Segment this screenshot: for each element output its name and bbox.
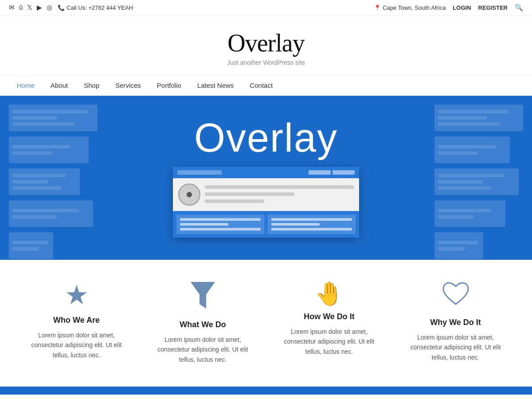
- main-nav: Home About Shop Services Portfolio Lates…: [0, 75, 532, 96]
- bg-line: [438, 116, 487, 120]
- bg-line: [12, 247, 39, 250]
- filter-icon: [153, 282, 253, 313]
- browser-footer-block: [268, 215, 356, 234]
- svg-marker-0: [191, 282, 215, 309]
- location: 📍 Cape Town, South Africa: [374, 4, 446, 11]
- login-link[interactable]: LOGIN: [453, 4, 471, 11]
- footer-line: [180, 223, 228, 226]
- hero-content: Overlay: [173, 118, 359, 238]
- footer-line: [271, 223, 320, 226]
- browser-line: [205, 185, 354, 189]
- search-icon[interactable]: 🔍: [515, 4, 523, 12]
- bg-block: [9, 105, 98, 131]
- site-tagline: Just another WordPress site: [9, 59, 523, 66]
- browser-avatar: [178, 184, 200, 206]
- nav-item-latest-news[interactable]: Latest News: [189, 75, 242, 95]
- nav-link-portfolio[interactable]: Portfolio: [149, 75, 189, 95]
- bg-block: [9, 232, 53, 259]
- top-bar-right: 📍 Cape Town, South Africa LOGIN REGISTER…: [374, 4, 523, 12]
- feature-title-how: How We Do It: [279, 312, 379, 321]
- feature-text-why: Lorem ipsum dolor sit amet, consectetur …: [406, 332, 505, 362]
- hand-icon: 🤚: [279, 282, 379, 305]
- social-icons: ✉ û 𝕏 ▶ ◎: [9, 4, 52, 12]
- nav-item-home[interactable]: Home: [9, 75, 43, 95]
- feature-how-we-do-it: 🤚 How We Do It Lorem ipsum dolor sit ame…: [270, 282, 388, 364]
- feature-what-we-do: What We Do Lorem ipsum dolor sit amet, c…: [144, 282, 262, 364]
- twitter-icon[interactable]: 𝕏: [27, 4, 32, 12]
- nav-link-shop[interactable]: Shop: [76, 75, 107, 95]
- bg-block: [9, 168, 80, 195]
- nav-link-about[interactable]: About: [43, 75, 76, 95]
- bg-line: [12, 186, 61, 190]
- browser-line: [205, 192, 294, 196]
- bg-line: [438, 145, 496, 149]
- bg-line: [438, 180, 482, 184]
- email-icon[interactable]: ✉: [9, 4, 15, 12]
- footer-line: [180, 228, 261, 231]
- feature-who-we-are: ★ Who We Are Lorem ipsum dolor sit amet,…: [18, 282, 135, 364]
- feature-title-what: What We Do: [153, 320, 253, 329]
- feature-why-we-do-it: Why We Do It Lorem ipsum dolor sit amet,…: [397, 282, 514, 364]
- bg-block: [9, 137, 89, 163]
- browser-footer-block: [176, 215, 264, 234]
- nav-link-latest-news[interactable]: Latest News: [189, 75, 242, 95]
- register-link[interactable]: REGISTER: [478, 4, 508, 11]
- feature-text-what: Lorem ipsum dolor sit amet, consectetur …: [153, 335, 253, 364]
- nav-link-services[interactable]: Services: [107, 75, 149, 95]
- bg-block: [434, 168, 519, 195]
- browser-footer: [173, 211, 359, 238]
- bg-line: [438, 186, 491, 190]
- call-label: Call Us: +2782 444 YEAH: [66, 4, 133, 11]
- heart-icon: [406, 282, 505, 311]
- browser-top-bar: [173, 167, 359, 178]
- browser-body: [173, 178, 359, 211]
- nav-list: Home About Shop Services Portfolio Lates…: [9, 75, 523, 95]
- site-header: Overlay Just another WordPress site: [0, 16, 532, 75]
- footer-line: [271, 228, 352, 231]
- bg-line: [438, 174, 505, 177]
- bg-line: [438, 215, 473, 219]
- bg-block: [434, 232, 483, 259]
- feature-text-how: Lorem ipsum dolor sit amet, consectetur …: [279, 327, 379, 356]
- nav-item-portfolio[interactable]: Portfolio: [149, 75, 189, 95]
- bg-block: [434, 200, 505, 227]
- feature-text-who: Lorem ipsum dolor sit amet, consectetur …: [27, 330, 126, 360]
- bg-line: [12, 180, 48, 184]
- bg-line: [438, 241, 478, 244]
- star-icon: ★: [27, 282, 126, 309]
- footer-line: [271, 218, 352, 221]
- hero-banner: Overlay: [0, 96, 532, 260]
- facebook-icon[interactable]: û: [19, 4, 23, 12]
- hero-title: Overlay: [194, 118, 338, 158]
- bg-line: [438, 247, 465, 250]
- bg-line: [438, 122, 500, 126]
- bg-line: [438, 209, 491, 212]
- nav-item-shop[interactable]: Shop: [76, 75, 107, 95]
- avatar-dot: [187, 192, 192, 197]
- bg-block: [434, 105, 523, 131]
- browser-url-bar: [177, 170, 222, 175]
- nav-link-home[interactable]: Home: [9, 75, 43, 95]
- nav-item-contact[interactable]: Contact: [242, 75, 281, 95]
- feature-title-who: Who We Are: [27, 316, 126, 325]
- bg-line: [12, 116, 57, 120]
- location-text: Cape Town, South Africa: [383, 4, 446, 11]
- bg-line: [12, 241, 48, 244]
- bg-block: [434, 137, 510, 163]
- browser-btn: [332, 170, 355, 175]
- browser-lines: [205, 184, 354, 206]
- browser-mockup: [173, 167, 359, 238]
- bg-line: [12, 151, 52, 155]
- bg-line: [12, 174, 66, 177]
- youtube-icon[interactable]: ▶: [37, 4, 42, 12]
- features-section: ★ Who We Are Lorem ipsum dolor sit amet,…: [0, 260, 532, 387]
- nav-item-about[interactable]: About: [43, 75, 76, 95]
- nav-link-contact[interactable]: Contact: [242, 75, 281, 95]
- browser-btns: [309, 170, 355, 175]
- bg-line: [12, 209, 79, 212]
- bg-line: [12, 110, 88, 113]
- nav-item-services[interactable]: Services: [107, 75, 149, 95]
- instagram-icon[interactable]: ◎: [47, 4, 52, 12]
- top-bar-left: ✉ û 𝕏 ▶ ◎ 📞 Call Us: +2782 444 YEAH: [9, 4, 133, 12]
- phone-icon: 📞: [58, 4, 65, 11]
